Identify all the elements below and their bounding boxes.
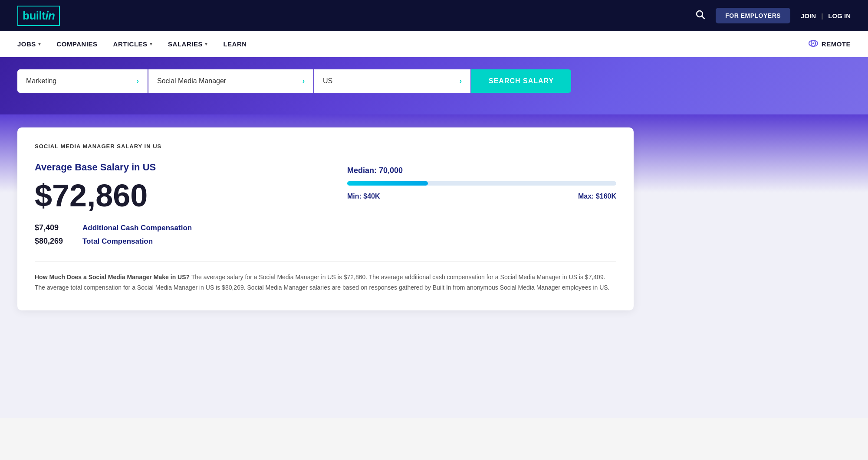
comp-row-total: $80,269 Total Compensation xyxy=(35,237,347,246)
logo-text: builtin xyxy=(23,9,55,22)
auth-divider: | xyxy=(821,12,823,20)
category-field[interactable]: Marketing › xyxy=(17,69,148,93)
nav-companies-label: COMPANIES xyxy=(56,40,97,48)
sec-nav-left: JOBS ▾ COMPANIES ARTICLES ▾ SALARIES ▾ L… xyxy=(17,40,247,48)
secondary-navigation: JOBS ▾ COMPANIES ARTICLES ▾ SALARIES ▾ L… xyxy=(0,31,868,57)
for-employers-button[interactable]: FOR EMPLOYERS xyxy=(716,8,790,23)
nav-item-salaries[interactable]: SALARIES ▾ xyxy=(168,40,207,48)
range-min-label: Min: $40K xyxy=(347,192,380,200)
salary-description: How Much Does a Social Media Manager Mak… xyxy=(35,261,616,293)
nav-articles-label: ARTICLES xyxy=(113,40,148,48)
nav-learn-label: LEARN xyxy=(223,40,247,48)
total-comp-label: Total Compensation xyxy=(82,237,153,246)
logo[interactable]: builtin xyxy=(17,6,60,26)
nav-item-jobs[interactable]: JOBS ▾ xyxy=(17,40,41,48)
search-area: Marketing › Social Media Manager › US › … xyxy=(0,57,868,114)
compensation-rows: $7,409 Additional Cash Compensation $80,… xyxy=(35,223,347,246)
chevron-down-icon: ▾ xyxy=(38,41,41,47)
total-comp-amount: $80,269 xyxy=(35,237,74,246)
auth-links: JOIN | LOG IN xyxy=(801,12,851,20)
avg-salary-title: Average Base Salary in US xyxy=(35,162,347,173)
category-arrow-icon: › xyxy=(137,77,139,85)
main-content: SOCIAL MEDIA MANAGER SALARY IN US Averag… xyxy=(0,114,868,418)
salary-bar-fill xyxy=(347,181,428,186)
search-bar: Marketing › Social Media Manager › US › … xyxy=(17,69,634,93)
salary-right: Median: 70,000 Min: $40K Max: $160K xyxy=(347,162,616,200)
remote-button[interactable]: REMOTE xyxy=(809,40,851,49)
range-max-label: Max: $160K xyxy=(578,192,616,200)
salary-card: SOCIAL MEDIA MANAGER SALARY IN US Averag… xyxy=(17,127,634,310)
location-arrow-icon: › xyxy=(460,77,462,85)
svg-point-4 xyxy=(812,42,814,44)
nav-salaries-label: SALARIES xyxy=(168,40,203,48)
chevron-down-icon-3: ▾ xyxy=(205,41,208,47)
location-field[interactable]: US › xyxy=(314,69,470,93)
nav-item-articles[interactable]: ARTICLES ▾ xyxy=(113,40,153,48)
chevron-down-icon-2: ▾ xyxy=(150,41,153,47)
job-title-arrow-icon: › xyxy=(302,77,305,85)
svg-line-1 xyxy=(702,16,705,19)
median-label: Median: 70,000 xyxy=(347,166,616,175)
nav-jobs-label: JOBS xyxy=(17,40,36,48)
remote-icon xyxy=(809,40,818,49)
search-salary-button[interactable]: SEARCH SALARY xyxy=(471,69,571,93)
big-salary-value: $72,860 xyxy=(35,180,347,211)
description-bold: How Much Does a Social Media Manager Mak… xyxy=(35,274,190,281)
salary-page-title: SOCIAL MEDIA MANAGER SALARY IN US xyxy=(35,143,616,150)
job-title-value: Social Media Manager xyxy=(157,77,226,85)
join-link[interactable]: JOIN xyxy=(801,12,816,20)
cash-comp-amount: $7,409 xyxy=(35,223,74,232)
top-nav-right: FOR EMPLOYERS JOIN | LOG IN xyxy=(695,8,851,23)
nav-item-companies[interactable]: COMPANIES xyxy=(56,40,97,48)
category-value: Marketing xyxy=(26,77,56,85)
salary-left: Average Base Salary in US $72,860 $7,409… xyxy=(35,162,347,246)
cash-comp-label: Additional Cash Compensation xyxy=(82,224,192,232)
location-value: US xyxy=(323,77,332,85)
salary-bar-container xyxy=(347,181,616,186)
login-link[interactable]: LOG IN xyxy=(828,12,851,20)
salary-main-row: Average Base Salary in US $72,860 $7,409… xyxy=(35,162,616,246)
nav-item-learn[interactable]: LEARN xyxy=(223,40,247,48)
search-icon[interactable] xyxy=(695,9,705,22)
remote-label: REMOTE xyxy=(822,40,851,48)
comp-row-cash: $7,409 Additional Cash Compensation xyxy=(35,223,347,232)
top-navigation: builtin FOR EMPLOYERS JOIN | LOG IN xyxy=(0,0,868,31)
job-title-field[interactable]: Social Media Manager › xyxy=(148,69,313,93)
salary-range-labels: Min: $40K Max: $160K xyxy=(347,192,616,200)
